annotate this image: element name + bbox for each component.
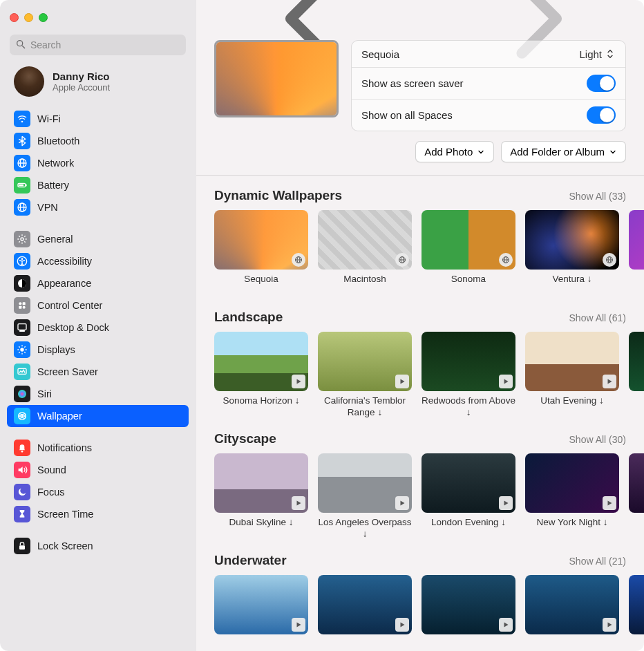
account-sub: Apple Account [53,82,110,93]
focus-icon [14,484,30,500]
sidebar: Danny Rico Apple Account Wi-FiBluetoothN… [0,0,196,651]
sidebar-item-wallpaper[interactable]: Wallpaper [7,405,189,427]
wallpaper-thumbnail[interactable]: London Evening ↓ [422,453,515,540]
sidebar-item-siri[interactable]: Siri [7,383,189,405]
spaces-toggle[interactable] [587,106,616,124]
content: Wallpaper Sequoia Light Show as screen s… [196,0,644,651]
section-dynamic-wallpapers: Dynamic WallpapersShow All (33)SequoiaMa… [196,176,644,297]
sidebar-item-label: Accessibility [37,256,92,267]
thumbnail-label: New York Night ↓ [525,517,619,540]
sidebar-item-desktop-dock[interactable]: Desktop & Dock [7,317,189,339]
sidebar-item-focus[interactable]: Focus [7,481,189,503]
thumbnail-image [525,210,619,270]
displays-icon [14,341,30,358]
screensaver-toggle[interactable] [587,75,616,92]
wallpaper-thumbnail[interactable]: Dubai Skyline ↓ [214,453,308,540]
sidebar-item-sound[interactable]: Sound [7,459,189,481]
add-photo-button[interactable]: Add Photo [415,141,494,162]
sidebar-item-control-center[interactable]: Control Center [7,294,189,317]
titlebar [0,0,196,35]
play-icon [292,496,305,510]
sidebar-item-lock-screen[interactable]: Lock Screen [7,535,189,557]
section-title: Landscape [214,310,283,325]
sequoia-thumbnail-image [216,42,337,115]
thumbnail-label [318,639,412,651]
wallpaper-thumbnail[interactable]: Sequoia [214,210,308,297]
thumbnail-label [629,395,644,419]
sidebar-item-battery[interactable]: Battery [7,174,189,196]
wallpaper-mode-select[interactable]: Light [579,48,616,60]
control-center-icon [14,297,30,314]
general-icon [14,231,30,247]
window: Danny Rico Apple Account Wi-FiBluetoothN… [0,0,644,651]
sidebar-item-label: Siri [37,388,52,399]
account-row[interactable]: Danny Rico Apple Account [0,62,196,104]
wallpaper-thumbnail[interactable]: Sonoma Horizon ↓ [214,332,308,419]
play-icon [395,618,409,632]
thumbnail-label: California's Temblor Range ↓ [318,395,412,419]
play-icon [499,618,513,632]
sections-scroll[interactable]: Dynamic WallpapersShow All (33)SequoiaMa… [196,176,644,651]
play-icon [395,375,409,388]
add-folder-button[interactable]: Add Folder or Album [501,141,626,162]
wallpaper-thumbnail[interactable]: Utah Evening ↓ [525,332,619,419]
sidebar-item-bluetooth[interactable]: Bluetooth [7,130,189,152]
dynamic-icon [499,253,513,267]
lock-screen-icon [14,538,30,554]
play-icon [499,496,513,510]
play-icon [395,496,409,510]
wallpaper-thumbnail[interactable] [629,332,644,419]
wallpaper-thumbnail[interactable] [318,575,412,651]
wallpaper-thumbnail[interactable] [629,210,644,297]
thumbnail-image [422,210,515,270]
thumbnail-label: Dubai Skyline ↓ [214,517,308,540]
sidebar-item-wi-fi[interactable]: Wi-Fi [7,108,189,130]
thumbnail-image [318,332,412,391]
window-zoom-button[interactable] [39,13,48,22]
wallpaper-thumbnail[interactable] [525,575,619,651]
sidebar-item-appearance[interactable]: Appearance [7,272,189,294]
section-title: Cityscape [214,431,276,446]
thumbnail-image [214,575,308,634]
add-photo-label: Add Photo [424,146,473,158]
wallpaper-thumbnail[interactable] [422,575,515,651]
toolbar: Wallpaper [196,0,644,40]
current-wallpaper-preview[interactable] [214,40,339,117]
sidebar-item-notifications[interactable]: Notifications [7,437,189,459]
show-all-button[interactable]: Show All (30) [569,434,626,445]
wallpaper-thumbnail[interactable] [629,453,644,540]
sidebar-item-accessibility[interactable]: Accessibility [7,250,189,272]
dynamic-icon [395,253,409,267]
window-minimize-button[interactable] [24,13,33,22]
wallpaper-thumbnail[interactable] [214,575,308,651]
thumbnail-image [525,575,619,634]
wallpaper-thumbnail[interactable]: Ventura ↓ [525,210,619,297]
sidebar-item-displays[interactable]: Displays [7,339,189,361]
sidebar-item-screen-time[interactable]: Screen Time [7,503,189,525]
sidebar-item-vpn[interactable]: VPN [7,196,189,218]
show-all-button[interactable]: Show All (21) [569,556,626,567]
wallpaper-thumbnail[interactable]: California's Temblor Range ↓ [318,332,412,419]
sidebar-item-general[interactable]: General [7,228,189,250]
thumbnail-label: Utah Evening ↓ [525,395,619,419]
show-all-button[interactable]: Show All (33) [569,191,626,202]
window-close-button[interactable] [10,13,19,22]
sidebar-item-network[interactable]: Network [7,152,189,174]
thumbnail-label [214,639,308,651]
sidebar-item-screen-saver[interactable]: Screen Saver [7,361,189,383]
wallpaper-thumbnail[interactable]: Sonoma [422,210,515,297]
thumbnail-label: Redwoods from Above ↓ [422,395,515,419]
thumbnail-image [629,332,644,391]
show-all-button[interactable]: Show All (61) [569,312,626,323]
thumbnail-label: Los Angeles Overpass ↓ [318,517,412,540]
wallpaper-thumbnail[interactable]: New York Night ↓ [525,453,619,540]
section-title: Dynamic Wallpapers [214,188,342,203]
wallpaper-thumbnail[interactable]: Redwoods from Above ↓ [422,332,515,419]
section-underwater: UnderwaterShow All (21) [196,540,644,651]
wallpaper-thumbnail[interactable] [629,575,644,651]
thumbnail-image [422,332,515,391]
wallpaper-thumbnail[interactable]: Macintosh [318,210,412,297]
wallpaper-thumbnail[interactable]: Los Angeles Overpass ↓ [318,453,412,540]
search-input[interactable] [10,35,186,55]
spaces-label: Show on all Spaces [361,109,453,121]
